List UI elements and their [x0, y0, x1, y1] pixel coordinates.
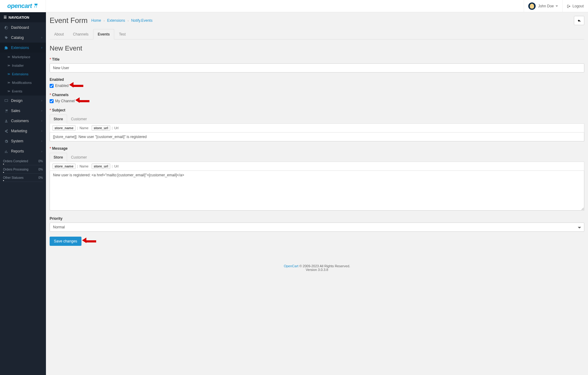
channel-label-text: My Channel — [55, 99, 75, 103]
chevron-right-icon: › — [41, 99, 42, 102]
breadcrumb-extensions[interactable]: Extensions — [107, 18, 125, 23]
tab-test[interactable]: Test — [114, 29, 130, 39]
code-store-url-2[interactable]: store_url — [92, 163, 110, 169]
breadcrumb-home[interactable]: Home — [91, 18, 101, 23]
topbar: opencart John Doe Logout — [0, 0, 588, 12]
enabled-checkbox-row[interactable]: Enabled — [50, 84, 69, 88]
nav-dashboard[interactable]: Dashboard — [0, 22, 46, 32]
enabled-label-text: Enabled — [55, 84, 69, 88]
chart-icon — [4, 149, 9, 154]
back-button[interactable] — [574, 16, 584, 25]
monitor-icon — [4, 98, 9, 103]
enabled-checkbox[interactable] — [50, 84, 54, 88]
nav-marketplace[interactable]: ≫Marketplace — [0, 53, 46, 61]
nav-design[interactable]: Design › — [0, 96, 46, 106]
dashboard-icon — [4, 25, 9, 30]
chevron-right-icon: › — [41, 139, 42, 143]
tab-channels[interactable]: Channels — [68, 29, 93, 39]
label-title: Title — [50, 57, 584, 62]
gear-icon — [4, 139, 9, 143]
label-message: Message — [50, 146, 584, 151]
priority-select[interactable]: Normal — [50, 223, 584, 232]
breadcrumb: Home › Extensions › Notify.Events — [91, 18, 153, 23]
nav-header: ☰ NAVIGATION — [0, 12, 46, 22]
channel-checkbox-row[interactable]: My Channel — [50, 99, 75, 103]
subject-tab-customer[interactable]: Customer — [67, 114, 91, 124]
user-name: John Doe — [538, 4, 554, 8]
nav-installer[interactable]: ≫Installer — [0, 61, 46, 70]
save-button[interactable]: Save changes — [50, 237, 81, 246]
message-textarea[interactable]: New user is registered: <a href="mailto:… — [50, 171, 584, 211]
code-store-name[interactable]: store_name — [52, 125, 76, 131]
share-icon — [4, 129, 9, 133]
cart-icon — [4, 108, 9, 113]
footer-link[interactable]: OpenCart — [284, 264, 299, 268]
nav-extensions[interactable]: Extensions › — [0, 43, 46, 53]
label-subject: Subject — [50, 108, 584, 112]
svg-rect-1 — [5, 99, 8, 102]
code-store-name-2[interactable]: store_name — [52, 163, 76, 169]
chevron-right-icon: › — [41, 119, 42, 122]
breadcrumb-current[interactable]: Notify.Events — [131, 18, 153, 23]
bullet-icon: ≫ — [7, 64, 10, 67]
nav-reports[interactable]: Reports › — [0, 146, 46, 156]
subject-input[interactable] — [50, 133, 584, 141]
bullet-icon: ≫ — [7, 90, 10, 93]
annotation-arrow-icon — [73, 84, 83, 88]
label-channels: Channels — [50, 93, 584, 97]
chevron-down-icon — [556, 6, 558, 7]
reply-icon — [577, 19, 581, 23]
subject-codebar: store_name | Name store_url | Url — [50, 124, 584, 133]
content: Event Form Home › Extensions › Notify.Ev… — [46, 12, 588, 375]
form-heading: New Event — [50, 44, 584, 52]
code-store-url[interactable]: store_url — [92, 125, 110, 131]
tag-icon — [4, 35, 9, 40]
avatar — [528, 2, 536, 10]
sidebar-stats: Orders Completed0% Orders Processing0% O… — [0, 156, 46, 187]
chevron-right-icon: › — [41, 46, 42, 49]
user-menu[interactable]: John Doe — [524, 0, 562, 12]
stat-orders-completed: Orders Completed0% — [3, 159, 43, 165]
message-tab-store[interactable]: Store — [50, 153, 67, 162]
nav-modifications[interactable]: ≫Modifications — [0, 78, 46, 87]
logout-button[interactable]: Logout — [562, 0, 588, 12]
annotation-arrow-icon — [79, 99, 89, 103]
page-title: Event Form — [50, 16, 88, 25]
channel-checkbox[interactable] — [50, 99, 54, 103]
nav-system[interactable]: System › — [0, 136, 46, 146]
nav-events[interactable]: ≫Events — [0, 87, 46, 96]
stat-orders-processing: Orders Processing0% — [3, 168, 43, 174]
nav-marketing[interactable]: Marketing › — [0, 126, 46, 136]
title-input[interactable] — [50, 63, 584, 73]
nav-sub-extensions[interactable]: ≫Extensions — [0, 70, 46, 78]
chevron-right-icon: › — [41, 129, 42, 133]
logout-label: Logout — [572, 4, 584, 8]
message-codebar: store_name | Name store_url | Url — [50, 162, 584, 171]
nav-catalog[interactable]: Catalog › — [0, 32, 46, 43]
user-icon — [4, 118, 9, 123]
bullet-icon: ≫ — [7, 55, 10, 58]
footer-copyright: © 2009-2023 All Rights Reserved. — [298, 264, 350, 268]
tab-about[interactable]: About — [50, 29, 68, 39]
page-footer: OpenCart © 2009-2023 All Rights Reserved… — [50, 258, 584, 278]
chevron-right-icon: › — [41, 36, 42, 39]
footer-version: Version 3.0.3.8 — [306, 268, 328, 272]
chevron-right-icon: › — [41, 109, 42, 112]
message-tabs: Store Customer — [50, 152, 584, 162]
label-priority: Priority — [50, 216, 584, 221]
puzzle-icon — [4, 45, 9, 50]
logo-text: opencart — [7, 2, 32, 9]
subject-tab-store[interactable]: Store — [50, 114, 67, 124]
bullet-icon: ≫ — [7, 73, 10, 76]
main-tabs: About Channels Events Test — [50, 29, 584, 39]
label-enabled: Enabled — [50, 77, 584, 82]
sign-out-icon — [567, 4, 571, 8]
nav-customers[interactable]: Customers › — [0, 116, 46, 126]
logo[interactable]: opencart — [0, 0, 46, 12]
tab-events[interactable]: Events — [93, 29, 114, 39]
bullet-icon: ≫ — [7, 81, 10, 84]
nav-sales[interactable]: Sales › — [0, 106, 46, 116]
sidebar: ☰ NAVIGATION Dashboard Catalog › Extensi… — [0, 12, 46, 375]
message-tab-customer[interactable]: Customer — [67, 153, 91, 162]
cart-icon — [33, 2, 38, 8]
